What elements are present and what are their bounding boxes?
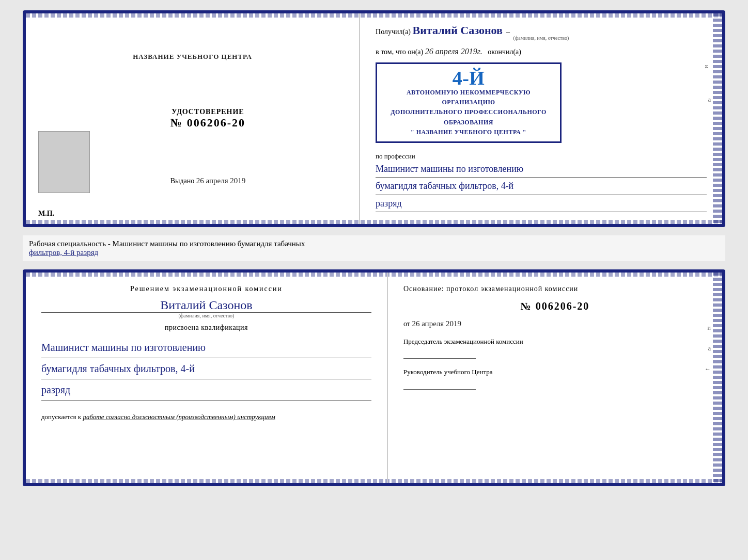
cert-top-left: НАЗВАНИЕ УЧЕБНОГО ЦЕНТРА УДОСТОВЕРЕНИЕ №… — [26, 13, 360, 224]
training-center-title: НАЗВАНИЕ УЧЕБНОГО ЦЕНТРА — [133, 53, 252, 61]
predsedatel-signature-line — [403, 349, 476, 359]
bottom-side-arrow: ← — [705, 365, 711, 373]
profession-line1: Машинист машины по изготовлению — [376, 161, 707, 178]
bottom-side-decoration — [713, 273, 722, 483]
poluchil-prefix: Получил(а) — [376, 28, 411, 36]
udostoverenie-block: УДОСТОВЕРЕНИЕ № 006206-20 — [170, 108, 245, 130]
vtom-date: 26 апреля 2019г. — [425, 47, 482, 56]
cert-bottom-right: Основание: протокол экзаменационной коми… — [388, 273, 722, 483]
poluchil-line: Получил(а) Виталий Сазонов – (фамилия, и… — [376, 24, 707, 41]
stamp-number: 4-й — [384, 68, 553, 88]
middle-text-main: Рабочая специальность - Машинист машины … — [29, 239, 305, 248]
vydano-date: 26 апреля 2019 — [196, 177, 246, 185]
side-label-a: а — [708, 96, 711, 104]
dopuskaetsya-block: допускается к работе согласно должностны… — [41, 413, 371, 421]
predsedatel-label: Председатель экзаменационной комиссии — [403, 338, 523, 345]
osnovanie-title: Основание: протокол экзаменационной коми… — [403, 285, 707, 293]
side-decoration-right — [713, 13, 722, 224]
certificate-bottom: Решением экзаменационной комиссии Витали… — [23, 269, 725, 486]
ot-date-block: от 26 апреля 2019 — [403, 319, 707, 328]
middle-text-content: Рабочая специальность - Машинист машины … — [29, 239, 719, 257]
profession-block: по профессии Машинист машины по изготовл… — [376, 151, 707, 212]
vtom-prefix: в том, что он(а) — [376, 48, 423, 56]
udostoverenie-label: УДОСТОВЕРЕНИЕ — [170, 108, 245, 116]
prisvoena-text: присвоена квалификация — [41, 324, 371, 332]
cert-top-right: Получил(а) Виталий Сазонов – (фамилия, и… — [360, 13, 722, 224]
protocol-number: № 006206-20 — [403, 300, 707, 312]
resheniem-title: Решением экзаменационной комиссии — [41, 285, 371, 293]
predsedatel-block: Председатель экзаменационной комиссии — [403, 335, 707, 359]
profession-line2: бумагидля табачных фильтров, 4-й — [376, 178, 707, 195]
stamp-line3: " НАЗВАНИЕ УЧЕБНОГО ЦЕНТРА " — [384, 127, 553, 137]
qualification-block: Машинист машины по изготовлению бумагидл… — [41, 337, 371, 401]
profession-line3: разряд — [376, 195, 707, 212]
stamp-line2: ДОПОЛНИТЕЛЬНОГО ПРОФЕССИОНАЛЬНОГО ОБРАЗО… — [384, 107, 553, 127]
stamp-line1: АВТОНОМНУЮ НЕКОММЕРЧЕСКУЮ ОРГАНИЗАЦИЮ — [384, 88, 553, 107]
vtom-line: в том, что он(а) 26 апреля 2019г. окончи… — [376, 47, 707, 56]
vydano-block: Выдано 26 апреля 2019 — [170, 177, 246, 185]
ot-date: 26 апреля 2019 — [412, 319, 461, 328]
stamp-block: 4-й АВТОНОМНУЮ НЕКОММЕРЧЕСКУЮ ОРГАНИЗАЦИ… — [376, 62, 562, 143]
photo-placeholder — [38, 131, 90, 193]
qual-line1: Машинист машины по изготовлению — [41, 337, 371, 358]
ot-prefix: от — [403, 320, 410, 328]
certificate-top: НАЗВАНИЕ УЧЕБНОГО ЦЕНТРА УДОСТОВЕРЕНИЕ №… — [23, 10, 725, 227]
qual-line2: бумагидля табачных фильтров, 4-й — [41, 358, 371, 379]
middle-text-section: Рабочая специальность - Машинист машины … — [23, 235, 725, 261]
bottom-name: Виталий Сазонов — [41, 298, 371, 313]
bottom-side-label-a: а — [708, 345, 711, 353]
dopuskaetsya-prefix: допускается к — [41, 413, 81, 421]
cert-bottom-left: Решением экзаменационной комиссии Витали… — [26, 273, 388, 483]
poluchil-name: Виталий Сазонов — [413, 24, 503, 37]
rukovoditel-signature-line — [403, 380, 476, 390]
qual-line3: разряд — [41, 379, 371, 401]
bottom-name-caption: (фамилия, имя, отчество) — [41, 313, 371, 318]
bottom-name-block: Виталий Сазонов (фамилия, имя, отчество) — [41, 298, 371, 318]
bottom-side-label-i: и — [708, 324, 711, 332]
dopuskaetsya-text: работе согласно должностным (производств… — [83, 413, 275, 421]
side-label-i: и — [703, 65, 711, 68]
udostoverenie-number: № 006206-20 — [170, 116, 245, 130]
mp-label: М.П. — [38, 210, 54, 218]
profession-label: по профессии — [376, 152, 415, 160]
rukovoditel-label: Руководитель учебного Центра — [403, 368, 493, 376]
middle-text-underline: фильтров, 4-й разряд — [29, 248, 98, 257]
okonchil: окончил(а) — [488, 48, 521, 56]
vydano-label: Выдано — [170, 177, 195, 185]
rukovoditel-block: Руководитель учебного Центра — [403, 366, 707, 389]
